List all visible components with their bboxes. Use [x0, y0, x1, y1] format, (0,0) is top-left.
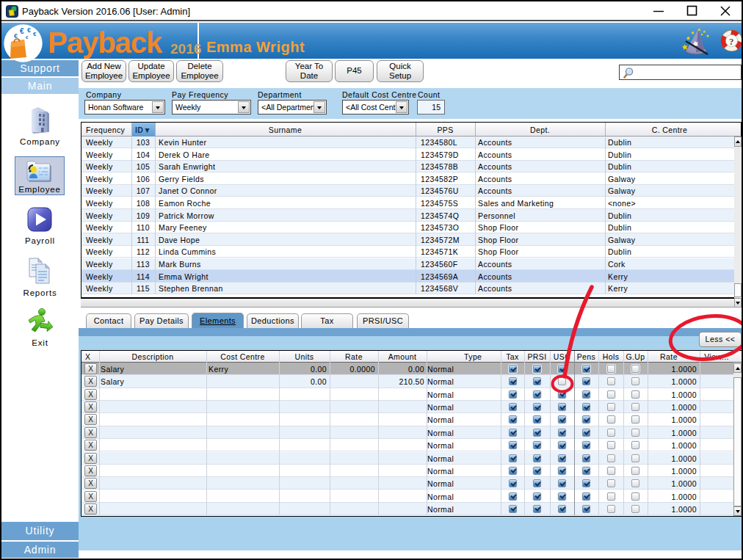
svg-text:€: €: [20, 27, 24, 35]
svg-text:?: ?: [729, 36, 734, 47]
svg-text:€: €: [27, 26, 31, 34]
svg-text:€: €: [33, 31, 37, 37]
svg-text:€: €: [14, 32, 18, 40]
